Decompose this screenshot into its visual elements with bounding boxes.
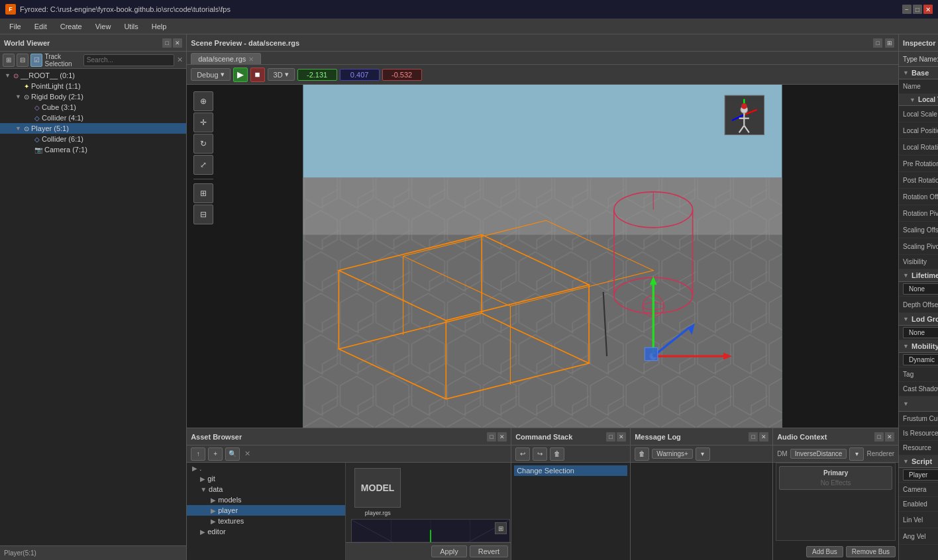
lifetime-dropdown[interactable]: None — [903, 283, 938, 295]
gizmo-select-btn[interactable]: ⊕ — [193, 91, 213, 111]
local-transform-header[interactable]: Local Transform — [899, 94, 938, 106]
lifetime-section-header[interactable]: Lifetime — [899, 269, 938, 282]
scene-preview-float-btn[interactable]: □ — [873, 38, 882, 48]
renderer-arrow-btn[interactable]: ▾ — [849, 447, 864, 461]
mode-3d-label: 3D — [274, 71, 283, 79]
play-button[interactable]: ▶ — [233, 68, 248, 82]
close-button[interactable]: ✕ — [923, 5, 933, 14]
debug-dropdown-btn[interactable]: Debug ▾ — [191, 68, 230, 81]
world-viewer-search[interactable] — [83, 54, 174, 66]
asset-item-label: player.rgs — [365, 510, 391, 516]
asset-tree-editor[interactable]: ▶ editor — [187, 526, 345, 537]
tree-node-rigidbody[interactable]: ▼ ⊙ Rigid Body (2:1) — [0, 91, 186, 102]
tree-node-player-label: Player (5:1) — [31, 124, 69, 132]
gizmo-scale-btn[interactable]: ⤢ — [193, 155, 213, 175]
asset-browser-header: Asset Browser □ ✕ — [187, 428, 511, 445]
scene-toolbar: Debug ▾ ▶ ■ 3D ▾ — [187, 65, 898, 85]
message-log-float-btn[interactable]: □ — [749, 432, 758, 442]
debug-arrow-icon: ▾ — [221, 70, 225, 79]
camera-prop-label: Camera — [903, 486, 938, 493]
menu-create[interactable]: Create — [54, 21, 89, 32]
add-bus-btn[interactable]: Add Bus — [806, 546, 843, 557]
asset-tree-models[interactable]: ▶ models — [187, 494, 345, 505]
properties-section-header[interactable]: Properties + — [899, 397, 938, 412]
tree-node-collider-4[interactable]: ◇ Collider (4:1) — [0, 113, 186, 123]
expand-all-btn[interactable]: ⊞ — [3, 54, 15, 67]
mode-arrow-icon: ▾ — [285, 70, 289, 79]
message-filter-btn[interactable]: Warnings+ — [652, 449, 693, 459]
audio-context-float-btn[interactable]: □ — [874, 432, 884, 442]
gizmo-move-btn[interactable]: ✛ — [193, 113, 213, 132]
scene-viewport[interactable]: ⊕ ✛ ↻ ⤢ ⊞ ⊟ — [187, 85, 898, 428]
tree-node-pointlight[interactable]: ✦ PointLight (1:1) — [0, 81, 186, 91]
maximize-button[interactable]: □ — [913, 5, 922, 14]
gizmo-extra-btn[interactable]: ⊟ — [193, 205, 213, 224]
mobility-section-header[interactable]: Mobility — [899, 340, 938, 353]
menu-help[interactable]: Help — [145, 21, 174, 32]
coord-y-field[interactable] — [340, 69, 380, 81]
mode-3d-btn[interactable]: 3D ▾ — [268, 68, 295, 81]
preview-expand-btn[interactable]: ⊞ — [495, 522, 507, 534]
menu-edit[interactable]: Edit — [28, 21, 54, 32]
base-section-header[interactable]: Base — [899, 67, 938, 79]
coord-x-field[interactable] — [297, 69, 337, 81]
lod-group-header[interactable]: Lod Group — [899, 313, 938, 326]
lod-group-dropdown[interactable]: None — [903, 327, 938, 338]
command-stack-float-btn[interactable]: □ — [606, 432, 615, 442]
asset-browser-close-btn[interactable]: ✕ — [497, 432, 507, 442]
world-viewer-close-btn[interactable]: ✕ — [173, 38, 182, 48]
asset-tree-git[interactable]: ▶ git — [187, 473, 345, 484]
tree-node-collider-6[interactable]: ◇ Collider (6:1) — [0, 134, 186, 144]
asset-tree-textures[interactable]: ▶ textures — [187, 516, 345, 526]
scene-preview-maximize-btn[interactable]: ⊞ — [885, 38, 894, 48]
mobility-dropdown[interactable]: Dynamic Static — [903, 354, 938, 365]
scene-tab-close[interactable]: ✕ — [248, 56, 254, 63]
message-log-close-btn[interactable]: ✕ — [759, 432, 768, 442]
world-viewer-float-btn[interactable]: □ — [162, 38, 172, 48]
coord-z-field[interactable] — [382, 69, 422, 81]
asset-back-btn[interactable]: ↑ — [191, 447, 205, 461]
inverse-distance-btn[interactable]: InverseDistance — [790, 449, 847, 459]
asset-path-clear-btn[interactable]: ✕ — [242, 449, 252, 459]
apply-button[interactable]: Apply — [431, 545, 467, 557]
tree-node-camera[interactable]: 📷 Camera (7:1) — [0, 144, 186, 155]
command-stack-close-btn[interactable]: ✕ — [617, 432, 626, 442]
menu-view[interactable]: View — [89, 21, 118, 32]
revert-button[interactable]: Revert — [470, 545, 508, 557]
message-filter-arrow[interactable]: ▾ — [696, 447, 710, 461]
visibility-row: Visibility — [899, 255, 938, 269]
asset-tree-data[interactable]: ▼ data — [187, 484, 345, 494]
remove-bus-btn[interactable]: Remove Bus — [846, 546, 896, 557]
command-item-change-selection[interactable]: Change Selection — [514, 465, 627, 476]
message-clear-btn[interactable]: 🗑 — [635, 447, 649, 461]
message-filter-label: Warnings+ — [656, 450, 688, 457]
asset-item-player[interactable]: MODEL player.rgs — [351, 468, 404, 516]
redo-btn[interactable]: ↪ — [533, 447, 547, 461]
audio-context-close-btn[interactable]: ✕ — [885, 432, 894, 442]
world-viewer-search-clear[interactable]: ✕ — [176, 56, 183, 65]
menu-utils[interactable]: Utils — [117, 21, 144, 32]
asset-tree-dot-label: . — [199, 464, 201, 472]
script-dropdown[interactable]: Player — [903, 469, 938, 481]
gizmo-rotate-btn[interactable]: ↻ — [193, 134, 213, 154]
asset-add-btn[interactable]: + — [208, 447, 223, 461]
stop-button[interactable]: ■ — [250, 68, 265, 82]
message-log-header: Message Log □ ✕ — [631, 428, 772, 445]
minimize-button[interactable]: − — [902, 5, 912, 14]
script-section-header[interactable]: Script — [899, 455, 938, 468]
collapse-all-btn[interactable]: ⊟ — [17, 54, 28, 67]
clear-stack-btn[interactable]: 🗑 — [550, 447, 564, 461]
scene-tab[interactable]: data/scene.rgs ✕ — [191, 53, 261, 64]
depth-offset-row: Depth Offset ▲ ▼ — [899, 297, 938, 313]
asset-browser-float-btn[interactable]: □ — [487, 432, 496, 442]
undo-btn[interactable]: ↩ — [515, 447, 530, 461]
tree-node-root[interactable]: ▼ ⊙ __ROOT__ (0:1) — [0, 70, 186, 81]
track-selection-btn[interactable]: ☑ — [30, 54, 42, 67]
asset-search-btn[interactable]: 🔍 — [225, 447, 240, 461]
menu-file[interactable]: File — [3, 21, 28, 32]
gizmo-mode-btn[interactable]: ⊞ — [193, 183, 213, 203]
asset-tree-player[interactable]: ▶ player — [187, 505, 345, 516]
tree-node-cube[interactable]: ◇ Cube (3:1) — [0, 102, 186, 113]
tree-node-player[interactable]: ▼ ⊙ Player (5:1) — [0, 123, 186, 134]
asset-tree-dot[interactable]: ▶ . — [187, 463, 345, 473]
